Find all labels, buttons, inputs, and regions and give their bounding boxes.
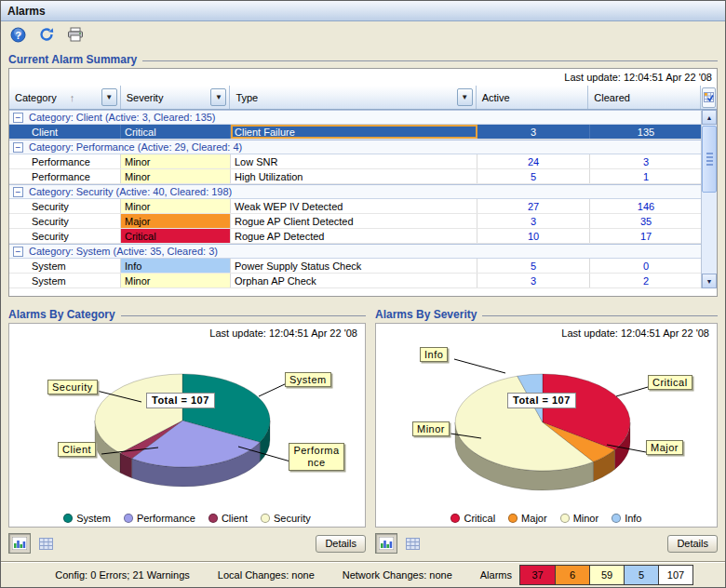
alarms-by-category-panel: Alarms By Category Last update: 12:04:51… — [8, 304, 366, 555]
active-count-cell[interactable]: 27 — [477, 199, 590, 213]
table-view-icon[interactable] — [401, 533, 424, 554]
group-row-label: Category: Performance (Active: 29, Clear… — [29, 141, 242, 153]
group-row[interactable]: −Category: Security (Active: 40, Cleared… — [9, 184, 703, 199]
type-cell[interactable]: Power Supply Status Check — [231, 259, 477, 273]
callout-line — [616, 387, 648, 396]
cleared-count-cell[interactable]: 135 — [590, 125, 703, 139]
active-count-cell[interactable]: 3 — [477, 274, 590, 287]
chart-view-icon[interactable] — [375, 533, 397, 554]
status-config: Config: 0 Errors; 21 Warnings — [55, 569, 189, 581]
legend-item-major: Major — [508, 513, 547, 524]
summary-grid: Category ↑ ▼ Severity ▼ Type ▼ Active — [9, 86, 717, 288]
scrollbar-thumb[interactable] — [702, 126, 717, 193]
active-count-cell[interactable]: 10 — [477, 229, 590, 243]
category-cell[interactable]: System — [9, 274, 121, 287]
callout-info: Info — [420, 347, 448, 362]
table-row[interactable]: PerformanceMinorLow SNR243 — [9, 154, 717, 169]
active-count-cell[interactable]: 24 — [477, 154, 590, 168]
scroll-down-icon[interactable]: ▼ — [702, 274, 717, 288]
severity-chart-box: Last update: 12:04:51 Apr 22 '08 Info Cr… — [375, 323, 718, 528]
alarm-count-critical[interactable]: 37 — [520, 566, 555, 584]
column-header-cleared[interactable]: Cleared — [588, 86, 701, 109]
group-row[interactable]: −Category: System (Active: 35, Cleared: … — [9, 244, 703, 259]
legend-label: Critical — [464, 513, 495, 524]
type-cell[interactable]: Orphan AP Check — [231, 274, 477, 287]
type-cell[interactable]: Client Failure — [231, 125, 477, 139]
column-chooser-icon[interactable] — [702, 87, 716, 108]
category-cell[interactable]: System — [9, 259, 121, 273]
table-row[interactable]: SystemMinorOrphan AP Check32 — [9, 274, 717, 288]
severity-cell[interactable]: Major — [121, 214, 231, 228]
table-row[interactable]: ClientCriticalClient Failure3135 — [9, 125, 717, 140]
type-cell[interactable]: Rogue AP Detected — [231, 229, 477, 243]
cleared-count-cell[interactable]: 146 — [590, 199, 703, 213]
alarm-count-info[interactable]: 5 — [624, 566, 658, 584]
table-row[interactable]: SecurityMajorRogue AP Client Detected335 — [9, 214, 717, 229]
table-row[interactable]: PerformanceMinorHigh Utilization51 — [9, 169, 717, 184]
table-row[interactable]: SecurityCriticalRogue AP Detected1017 — [9, 229, 717, 244]
cleared-count-cell[interactable]: 17 — [590, 229, 703, 243]
category-details-button[interactable]: Details — [316, 535, 366, 553]
category-cell[interactable]: Security — [9, 199, 121, 213]
type-filter-dropdown[interactable]: ▼ — [457, 88, 473, 106]
severity-filter-dropdown[interactable]: ▼ — [210, 88, 226, 106]
category-cell[interactable]: Client — [9, 125, 121, 139]
print-icon[interactable] — [67, 26, 84, 43]
column-header-severity[interactable]: Severity ▼ — [121, 86, 231, 109]
help-icon[interactable]: ? — [9, 26, 26, 43]
alarm-count-major[interactable]: 6 — [555, 566, 589, 584]
cleared-count-cell[interactable]: 1 — [590, 169, 703, 183]
group-row[interactable]: −Category: Client (Active: 3, Cleared: 1… — [9, 110, 703, 125]
active-count-cell[interactable]: 5 — [477, 169, 590, 183]
type-cell[interactable]: High Utilization — [231, 169, 477, 183]
collapse-group-icon[interactable]: − — [13, 113, 23, 123]
active-count-cell[interactable]: 5 — [477, 259, 590, 273]
active-count-cell[interactable]: 3 — [477, 125, 590, 139]
cleared-count-cell[interactable]: 35 — [590, 214, 703, 228]
severity-cell[interactable]: Info — [121, 259, 231, 273]
category-cell[interactable]: Security — [9, 229, 121, 243]
callout-line — [454, 359, 505, 373]
legend-label: Security — [274, 513, 311, 524]
severity-cell[interactable]: Minor — [121, 199, 231, 213]
refresh-icon[interactable] — [38, 26, 55, 43]
category-cell[interactable]: Performance — [9, 169, 121, 183]
severity-cell[interactable]: Critical — [121, 125, 231, 139]
table-scrollbar[interactable]: ▲ ▼ — [701, 110, 717, 288]
severity-details-button[interactable]: Details — [667, 535, 718, 553]
group-row[interactable]: −Category: Performance (Active: 29, Clea… — [9, 140, 703, 154]
category-filter-dropdown[interactable]: ▼ — [101, 88, 117, 106]
cleared-count-cell[interactable]: 0 — [590, 259, 703, 273]
alarm-count-minor[interactable]: 59 — [589, 566, 624, 584]
callout-critical: Critical — [648, 375, 692, 390]
active-count-cell[interactable]: 3 — [477, 214, 590, 228]
section-rule — [121, 315, 366, 316]
type-cell[interactable]: Low SNR — [231, 154, 477, 168]
legend-dot — [612, 514, 621, 523]
collapse-group-icon[interactable]: − — [13, 187, 23, 197]
severity-cell[interactable]: Minor — [121, 154, 231, 168]
category-section-header: Alarms By Category — [8, 306, 366, 323]
cleared-count-cell[interactable]: 3 — [590, 154, 703, 168]
column-header-type[interactable]: Type ▼ — [230, 86, 476, 109]
severity-cell[interactable]: Minor — [121, 274, 231, 287]
collapse-group-icon[interactable]: − — [13, 247, 23, 257]
table-row[interactable]: SecurityMinorWeak WEP IV Detected27146 — [9, 199, 717, 214]
type-cell[interactable]: Rogue AP Client Detected — [231, 214, 477, 228]
alarm-count-total[interactable]: 107 — [658, 566, 692, 584]
severity-cell[interactable]: Critical — [121, 229, 231, 243]
category-cell[interactable]: Security — [9, 214, 121, 228]
table-row[interactable]: SystemInfoPower Supply Status Check50 — [9, 259, 717, 274]
cleared-count-cell[interactable]: 2 — [590, 274, 703, 287]
chart-view-icon[interactable] — [8, 533, 31, 554]
severity-cell[interactable]: Minor — [121, 169, 231, 183]
type-cell[interactable]: Weak WEP IV Detected — [231, 199, 477, 213]
severity-total-label: Total = 107 — [507, 393, 576, 408]
table-view-icon[interactable] — [34, 533, 57, 554]
column-header-active[interactable]: Active — [477, 86, 589, 109]
collapse-group-icon[interactable]: − — [13, 142, 23, 153]
column-header-category[interactable]: Category ↑ ▼ — [9, 86, 121, 109]
category-cell[interactable]: Performance — [9, 154, 121, 168]
category-chart-box: Last update: 12:04:51 Apr 22 '08 Securit… — [8, 323, 366, 528]
scroll-up-icon[interactable]: ▲ — [702, 110, 717, 125]
